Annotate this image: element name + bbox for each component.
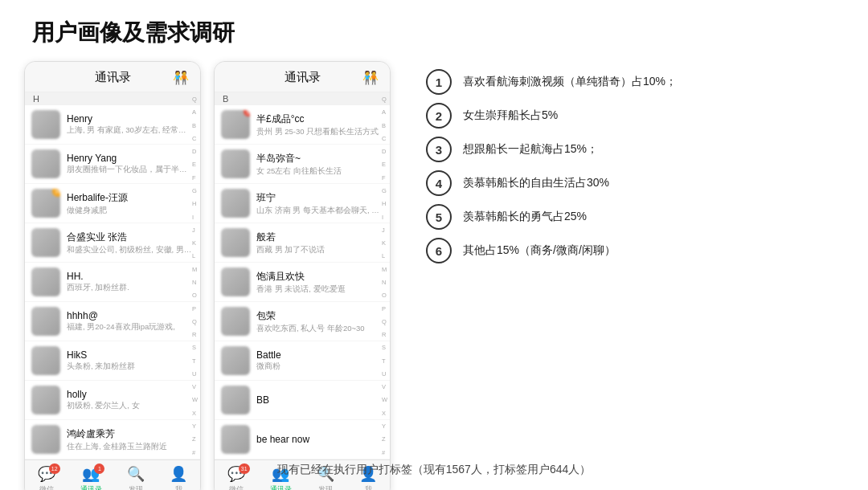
phone-right-header-title: 通讯录 — [242, 70, 362, 85]
avatar-hesheng — [31, 228, 60, 257]
phone-right-header: 通讯录 🧑‍🤝‍🧑 — [215, 62, 390, 92]
phone-left-add-icon[interactable]: 🧑‍🤝‍🧑 — [173, 70, 189, 85]
avatar-banning — [221, 189, 250, 218]
info-item-1: 1 喜欢看航海刺激视频（单纯猎奇）占10%； — [426, 69, 844, 95]
footer-label-me-r: 我 — [365, 484, 372, 490]
info-item-4: 4 羡慕韩船长的自由生活占30% — [426, 170, 844, 196]
avatar-behear — [221, 425, 250, 454]
info-item-5: 5 羡慕韩船长的勇气占25% — [426, 204, 844, 230]
contact-hiks[interactable]: HikS 头条粉, 来加粉丝群 — [25, 341, 200, 381]
phone-right-add-icon[interactable]: 🧑‍🤝‍🧑 — [362, 70, 379, 85]
contact-henry[interactable]: Henry 上海, 男 有家庭, 30岁左右, 经常去海... — [25, 105, 200, 145]
avatar-holly — [31, 386, 60, 414]
avatar-baoman — [221, 267, 250, 296]
contact-behear[interactable]: be hear now — [215, 420, 390, 459]
contact-hesheng[interactable]: 合盛实业 张浩 和盛实业公司, 初级粉丝, 安徽, 男30-... — [25, 223, 200, 263]
avatar-boruo — [221, 228, 250, 257]
footer-label-discover: 发现 — [129, 484, 143, 490]
circle-4: 4 — [426, 170, 452, 196]
info-text-2: 女生崇拜船长占5% — [463, 108, 558, 124]
footer-label-contacts-r: 通讯录 — [270, 484, 292, 490]
phone-right: 通讯录 🧑‍🤝‍🧑 B B 半£成品°cc 贵州 男 25-30 只想看船长生活… — [214, 61, 391, 490]
footer-label-wechat-r: 微信 — [229, 484, 244, 490]
phone-left: 通讯录 🧑‍🤝‍🧑 H Henry 上海, 男 有家庭, 30岁左右, 经常去海… — [24, 61, 201, 490]
contact-herbalife[interactable]: H Herbalife-汪源 做健身减肥 — [25, 184, 200, 223]
footer-label-discover-r: 发现 — [318, 484, 333, 490]
footer-label-wechat: 微信 — [39, 484, 54, 490]
info-text-3: 想跟船长一起航海占15%； — [463, 141, 598, 157]
contact-boruo[interactable]: 般若 西藏 男 加了不说话 — [215, 223, 390, 263]
avatar-henry — [31, 110, 60, 139]
phone-left-header: 通讯录 🧑‍🤝‍🧑 — [25, 62, 200, 92]
contact-holly[interactable]: holly 初级粉, 爱尔兰人, 女 — [25, 381, 200, 420]
main-title: 用户画像及需求调研 — [0, 0, 868, 61]
circle-6: 6 — [426, 238, 452, 263]
info-panel: 1 喜欢看航海刺激视频（单纯猎奇）占10%； 2 女生崇拜船长占5% 3 想跟船… — [407, 61, 844, 263]
contact-bb[interactable]: BB — [215, 381, 390, 420]
avatar-henry-yang — [31, 149, 60, 178]
contact-hhhh[interactable]: hhhh@ 福建, 男20-24喜欢用ipa玩游戏, — [25, 302, 200, 341]
contact-bandaoyin[interactable]: 半岛弥音~ 女 25左右 向往船长生活 — [215, 145, 390, 184]
bottom-note: 现有已经在执行用户打标签（现有1567人，打标签用户644人） — [0, 463, 868, 477]
contact-baoman[interactable]: 饱满且欢快 香港 男 未说话, 爱吃爱逛 — [215, 263, 390, 302]
contact-henry-yang[interactable]: Henry Yang 朋友圈推销一下化妆品，属于半微商 — [25, 145, 200, 184]
info-text-6: 其他占15%（商务/微商/闲聊） — [463, 243, 616, 259]
avatar-banchengpin: B — [221, 110, 250, 139]
avatar-baorong — [221, 307, 250, 336]
circle-5: 5 — [426, 204, 452, 230]
phone-right-section-b: B — [215, 92, 390, 105]
contact-banchengpin[interactable]: B 半£成品°cc 贵州 男 25-30 只想看船长生活方式 — [215, 105, 390, 145]
info-item-3: 3 想跟船长一起航海占15%； — [426, 137, 844, 162]
circle-1: 1 — [426, 69, 452, 95]
avatar-hh — [31, 267, 60, 296]
avatar-battle — [221, 346, 250, 375]
info-text-4: 羡慕韩船长的自由生活占30% — [463, 175, 609, 191]
footer-label-me: 我 — [175, 484, 182, 490]
phone-right-body: B B 半£成品°cc 贵州 男 25-30 只想看船长生活方式 半岛弥音~ 女… — [215, 92, 390, 459]
contact-baorong[interactable]: 包荣 喜欢吃东西, 私人号 年龄20~30 — [215, 302, 390, 341]
circle-2: 2 — [426, 103, 452, 129]
contact-hongling[interactable]: 鸿岭盧乘芳 住在上海, 金桂路玉兰路附近 — [25, 420, 200, 459]
contact-battle[interactable]: Battle 微商粉 — [215, 341, 390, 381]
info-item-6: 6 其他占15%（商务/微商/闲聊） — [426, 238, 844, 263]
avatar-hiks — [31, 346, 60, 375]
phone-left-section-h: H — [25, 92, 200, 105]
avatar-herbalife: H — [31, 189, 60, 218]
phone-left-body: H Henry 上海, 男 有家庭, 30岁左右, 经常去海... Henry … — [25, 92, 200, 459]
info-text-5: 羡慕韩船长的勇气占25% — [463, 209, 587, 225]
contact-hh[interactable]: HH. 西班牙, 加粉丝群. — [25, 263, 200, 302]
avatar-bandaoyin — [221, 149, 250, 178]
avatar-hongling — [31, 425, 60, 454]
avatar-hhhh — [31, 307, 60, 336]
avatar-bb — [221, 386, 250, 414]
footer-label-contacts: 通讯录 — [80, 484, 102, 490]
info-item-2: 2 女生崇拜船长占5% — [426, 103, 844, 129]
circle-3: 3 — [426, 137, 452, 162]
info-text-1: 喜欢看航海刺激视频（单纯猎奇）占10%； — [463, 74, 677, 90]
phone-left-header-title: 通讯录 — [52, 70, 173, 85]
contact-banning[interactable]: 班宁 山东 济南 男 每天基本都会聊天, 朋友圈... — [215, 184, 390, 223]
